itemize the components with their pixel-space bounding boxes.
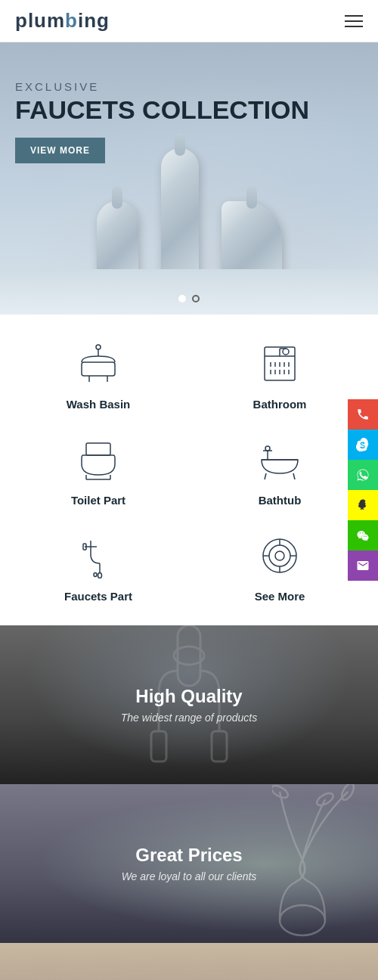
category-wash-basin[interactable]: Wash Basin bbox=[15, 337, 181, 411]
wash-basin-icon bbox=[72, 337, 125, 390]
hero-dot-2[interactable] bbox=[192, 295, 200, 302]
svg-point-50 bbox=[272, 784, 290, 800]
hero-view-more-button[interactable]: VIEW MORE bbox=[15, 138, 105, 163]
hamburger-menu[interactable] bbox=[345, 15, 363, 27]
header: plumbing bbox=[0, 0, 378, 42]
promo-great-prices-subtitle: We are loyal to all our clients bbox=[122, 870, 257, 882]
social-bar bbox=[348, 399, 378, 581]
toilet-icon bbox=[72, 433, 125, 486]
hero-dots bbox=[178, 295, 200, 302]
promo-great-prices-text: Great Prices We are loyal to all our cli… bbox=[122, 845, 257, 882]
svg-point-29 bbox=[265, 446, 270, 451]
hero-title: FAUCETS COLLECTION bbox=[15, 96, 309, 124]
category-bathroom[interactable]: Bathroom bbox=[197, 337, 363, 411]
hero-faucets-decoration bbox=[0, 148, 378, 284]
bathroom-icon bbox=[253, 337, 306, 390]
toilet-part-label: Toilet Part bbox=[71, 494, 125, 507]
promo-great-prices-title: Great Prices bbox=[122, 845, 257, 866]
svg-point-17 bbox=[283, 349, 289, 355]
social-wechat-button[interactable] bbox=[348, 520, 378, 550]
social-email-button[interactable] bbox=[348, 550, 378, 581]
social-whatsapp-button[interactable] bbox=[348, 460, 378, 490]
categories-section: Wash Basin bbox=[0, 315, 378, 625]
bathroom-label: Bathroom bbox=[253, 398, 307, 411]
svg-point-47 bbox=[280, 905, 325, 935]
promo-high-quality-subtitle: The widest range of products bbox=[121, 712, 258, 724]
promo-high-quality-text: High Quality The widest range of product… bbox=[121, 686, 258, 724]
promo-banner-high-quality: High Quality The widest range of product… bbox=[0, 625, 378, 784]
hero-exclusive-label: EXCLUSIVE bbox=[15, 80, 309, 93]
svg-rect-0 bbox=[82, 362, 115, 376]
promo-banner-great-prices: Great Prices We are loyal to all our cli… bbox=[0, 784, 378, 943]
hero-dot-1[interactable] bbox=[178, 295, 186, 302]
see-more-label: See More bbox=[255, 590, 305, 603]
wash-basin-label: Wash Basin bbox=[67, 398, 130, 411]
social-skype-button[interactable] bbox=[348, 430, 378, 460]
svg-rect-45 bbox=[212, 731, 227, 761]
hero-banner: EXCLUSIVE FAUCETS COLLECTION VIEW MORE bbox=[0, 42, 378, 315]
category-toilet-part[interactable]: Toilet Part bbox=[15, 433, 181, 507]
svg-point-38 bbox=[275, 551, 284, 560]
svg-line-26 bbox=[293, 473, 295, 479]
faucets-icon bbox=[72, 529, 125, 582]
category-faucets-part[interactable]: Faucets Part bbox=[15, 529, 181, 603]
svg-point-37 bbox=[269, 545, 290, 566]
svg-rect-43 bbox=[178, 625, 200, 686]
faucets-part-label: Faucets Part bbox=[64, 590, 132, 603]
logo[interactable]: plumbing bbox=[15, 9, 110, 33]
svg-line-25 bbox=[265, 473, 266, 479]
category-bathtub[interactable]: Bathtub bbox=[197, 433, 363, 507]
category-see-more[interactable]: See More bbox=[197, 529, 363, 603]
promo-high-quality-title: High Quality bbox=[121, 686, 258, 707]
svg-rect-44 bbox=[151, 731, 166, 761]
social-phone-button[interactable] bbox=[348, 399, 378, 430]
hero-text: EXCLUSIVE FAUCETS COLLECTION VIEW MORE bbox=[15, 80, 309, 163]
svg-point-34 bbox=[98, 573, 102, 578]
bathtub-label: Bathtub bbox=[259, 494, 302, 507]
bathtub-icon bbox=[253, 433, 306, 486]
categories-grid: Wash Basin bbox=[15, 337, 363, 603]
see-more-icon bbox=[253, 529, 306, 582]
svg-rect-20 bbox=[86, 443, 110, 455]
footer-strip bbox=[0, 943, 378, 980]
social-snapchat-button[interactable] bbox=[348, 490, 378, 520]
svg-point-35 bbox=[94, 573, 97, 577]
